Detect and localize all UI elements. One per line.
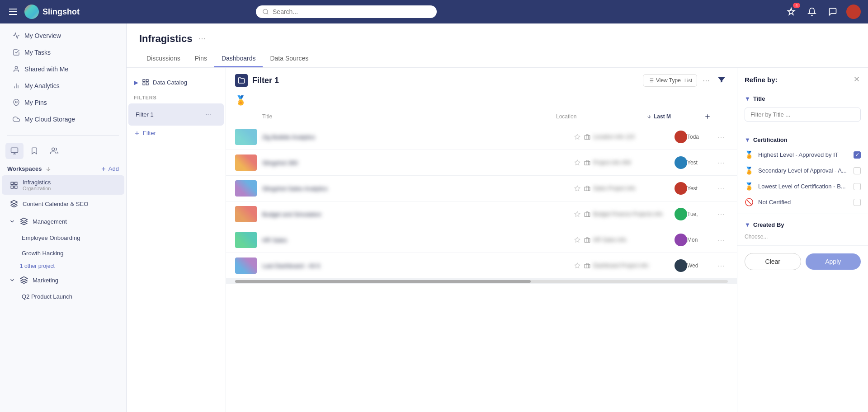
row-star-2[interactable] [571,159,584,166]
layers-icon-marketing [19,275,29,285]
svg-marker-17 [11,201,18,204]
row-title-2: Slingshot 360 [262,159,571,166]
tab-dashboards[interactable]: Dashboards [214,50,263,67]
tab-pins[interactable]: Pins [188,50,214,67]
scrollbar-area[interactable] [226,279,737,284]
row-more-2[interactable]: ⋯ [714,159,728,167]
filter-item-1[interactable]: Filter 1 ⋯ [128,103,224,126]
row-star-5[interactable] [571,237,584,243]
search-input[interactable] [273,8,430,15]
row-more-3[interactable]: ⋯ [714,184,728,193]
clear-button[interactable]: Clear [745,253,801,270]
dashboard-more-button[interactable]: ⋯ [701,75,712,87]
sidebar-tab-bookmark[interactable] [25,143,43,159]
workspace-item-content-calendar[interactable]: Content Calendar & SEO ⋯ [2,195,124,212]
filter-folder-icon [235,74,248,87]
sidebar-item-my-overview[interactable]: My Overview [4,28,123,44]
workspace-item-management[interactable]: Management ⋯ [2,213,124,230]
row-more-4[interactable]: ⋯ [714,210,728,219]
sparkle-icon-btn[interactable]: 4 [784,5,798,19]
tab-dashboards-label: Dashboards [222,55,256,62]
row-star-1[interactable] [571,134,584,140]
tab-data-sources[interactable]: Data Sources [263,50,316,67]
refine-section-header-title[interactable]: ▼ Title [737,92,868,106]
table-row[interactable]: Slingshot 360 Project info 456 Yest ⋯ [226,150,737,176]
data-catalog-button[interactable]: ▶ Data Catalog [127,75,226,89]
chat-icon-btn[interactable] [826,5,840,19]
building-icon-4 [584,211,590,217]
apply-button[interactable]: Apply [806,253,861,270]
refine-section-certification-label: Certification [753,136,788,143]
star-icon-6 [574,262,580,269]
app-body: My Overview My Tasks Shared with Me My A… [0,0,868,412]
add-filter-button[interactable]: Filter [127,126,226,140]
row-more-1[interactable]: ⋯ [714,133,728,141]
row-location-3: Sales Project info [584,185,675,192]
refine-section-header-certification[interactable]: ▼ Certification [737,133,868,147]
workspace-item-infragistics[interactable]: Infragistics Organization ⋯ [2,175,124,195]
filter-by-title-input[interactable] [745,108,861,122]
svg-marker-18 [21,218,28,222]
project-more-button[interactable]: ⋯ [197,33,208,45]
table-row[interactable]: Slingshot Sales Analytics Sales Project … [226,176,737,201]
svg-marker-37 [575,160,580,165]
building-icon-5 [584,237,590,243]
activity-icon [13,32,20,39]
col-header-title: Title [262,113,542,120]
refine-close-button[interactable] [853,75,861,84]
row-more-6[interactable]: ⋯ [714,262,728,270]
sidebar-item-my-analytics[interactable]: My Analytics [4,78,123,94]
other-project-link[interactable]: 1 other project [0,261,126,271]
view-type-button[interactable]: View Type List [643,74,697,87]
row-star-4[interactable] [571,211,584,217]
workspace-sub-growth-hacking[interactable]: Growth Hacking ⋯ [2,246,124,261]
sidebar-item-my-cloud-storage[interactable]: My Cloud Storage [4,111,123,127]
refine-option-secondary[interactable]: 🏅 Secondary Level of Approval - A... [737,163,868,178]
table-row[interactable]: Zig Bubble Analytics Location info 123 T… [226,124,737,150]
project-title: Infragistics [139,33,192,45]
row-more-5[interactable]: ⋯ [714,236,728,244]
add-workspace-button[interactable]: Add [100,165,119,172]
checkbox-secondary[interactable] [854,167,861,174]
checkbox-not-certified[interactable] [854,199,861,206]
hamburger-icon[interactable] [7,7,19,17]
row-title-5: HR Sales [262,237,571,243]
sort-icon[interactable] [45,166,52,172]
col-add-button[interactable] [701,113,714,120]
refine-option-lowest[interactable]: 🏅 Lowest Level of Certification - B... [737,178,868,194]
workspace-sub-q2-product-launch[interactable]: Q2 Product Launch ⋯ [2,289,124,304]
star-icon-1 [574,134,580,140]
user-avatar[interactable] [846,5,861,19]
row-star-3[interactable] [571,185,584,192]
table-row[interactable]: Budget and Simulation Budget Finance Pro… [226,201,737,227]
row-star-6[interactable] [571,262,584,269]
row-date-3: Yest [687,185,714,192]
sidebar-item-my-pins[interactable]: My Pins [4,94,123,111]
data-catalog-label: Data Catalog [153,79,187,86]
workspace-sub-employee-onboarding[interactable]: Employee Onboarding ⋯ [2,230,124,245]
sidebar-item-my-tasks[interactable]: My Tasks [4,44,123,61]
layers-icon-content [9,199,19,209]
refine-option-highest[interactable]: 🏅 Highest Level - Approved by IT [737,147,868,163]
tab-discussions[interactable]: Discussions [139,50,188,67]
filter-more-icon[interactable]: ⋯ [198,108,217,122]
project-tabs: Discussions Pins Dashboards Data Sources [139,50,855,67]
col-header-lastmod[interactable]: Last M [646,113,701,120]
notification-badge: 4 [793,3,800,8]
sidebar-tab-people[interactable] [45,143,63,159]
checkbox-lowest[interactable] [854,183,861,190]
refine-section-created-by-label: Created By [753,221,784,228]
filter-toggle-button[interactable] [715,73,728,88]
svg-marker-45 [575,263,580,268]
table-row[interactable]: HR Sales HR Sales info Mon ⋯ [226,227,737,253]
refine-section-header-created-by[interactable]: ▼ Created By [737,218,868,232]
bell-icon-btn[interactable] [805,5,819,19]
workspace-item-marketing[interactable]: Marketing ⋯ [2,272,124,289]
sidebar-tab-stacks[interactable] [5,143,24,159]
sidebar-item-shared-with-me[interactable]: Shared with Me [4,61,123,77]
refine-option-not-certified[interactable]: 🚫 Not Certified [737,194,868,210]
table-row[interactable]: Last Dashboard - All It Dashboard Projec… [226,253,737,279]
filter-name-title: Filter 1 [235,74,279,87]
add-label: Add [108,165,119,172]
checkbox-highest[interactable] [854,151,861,159]
